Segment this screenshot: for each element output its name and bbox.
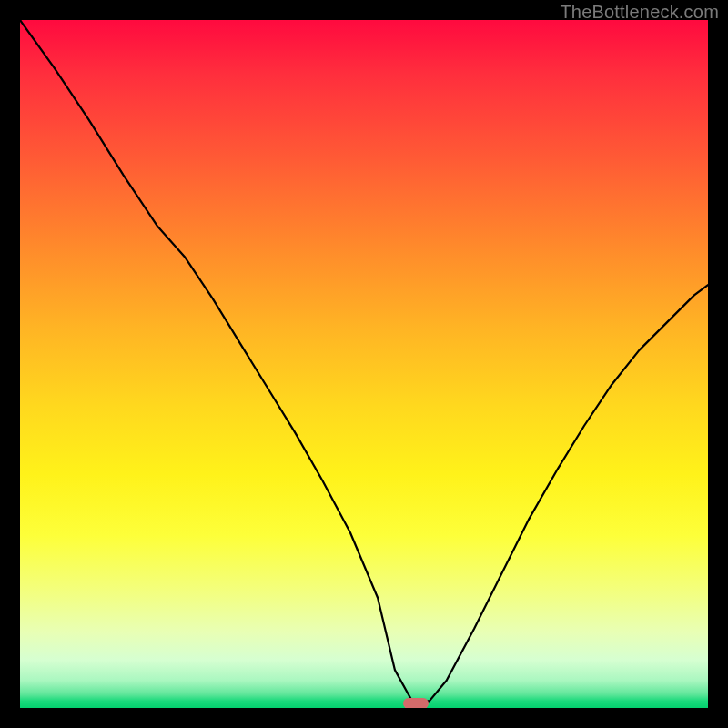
chart-frame: TheBottleneck.com: [0, 0, 728, 728]
watermark-text: TheBottleneck.com: [560, 2, 719, 23]
optimal-point-marker: [403, 698, 429, 708]
plot-area: [20, 20, 708, 708]
bottleneck-curve: [20, 20, 708, 708]
